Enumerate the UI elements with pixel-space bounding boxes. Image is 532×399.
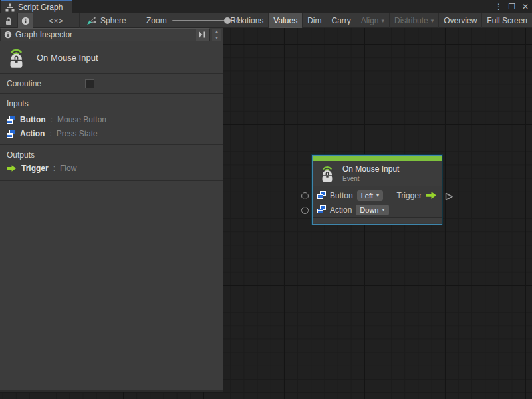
coroutine-row: Coroutine xyxy=(0,74,223,94)
dim-button[interactable]: Dim xyxy=(302,13,326,28)
port-separator: : xyxy=(51,115,53,124)
output-port-trigger[interactable] xyxy=(445,192,454,201)
unit-title: On Mouse Input xyxy=(37,53,98,63)
lock-icon xyxy=(5,17,13,25)
inspector-title: Graph Inspector xyxy=(15,30,196,39)
tab-bar: Script Graph ⋮ ❐ ✕ xyxy=(0,0,532,13)
zoom-slider[interactable] xyxy=(172,13,231,28)
window-menu-button[interactable]: ⋮ xyxy=(494,0,503,13)
values-button[interactable]: Values xyxy=(268,13,302,28)
input-row-button: Button : Mouse Button xyxy=(7,115,106,124)
inspector-toggle-button[interactable] xyxy=(18,13,33,28)
port-name: Button xyxy=(20,115,46,124)
mouse-event-icon xyxy=(7,47,26,68)
port-name: Action xyxy=(20,129,45,138)
window-controls: ⋮ ❐ ✕ xyxy=(494,0,530,13)
lock-button[interactable] xyxy=(0,13,18,28)
value-port-icon xyxy=(7,116,15,124)
chevron-down-icon: ▾ xyxy=(382,14,385,28)
node-row-button: Button Left ▾ Trigger xyxy=(317,188,437,202)
action-value-dropdown[interactable]: Down ▾ xyxy=(356,205,388,215)
align-label: Align xyxy=(361,14,379,28)
node-title: On Mouse Input xyxy=(342,164,399,174)
spin-up-button[interactable]: ▲ xyxy=(212,29,221,35)
node-header[interactable]: On Mouse Input Event xyxy=(313,161,442,186)
info-icon xyxy=(21,17,30,25)
edit-source-button[interactable]: <×> xyxy=(33,13,80,28)
graph-inspector-header[interactable]: Graph Inspector xyxy=(0,28,210,41)
button-port-label: Button xyxy=(330,191,353,200)
outputs-header: Outputs xyxy=(7,150,223,160)
zoom-label: Zoom xyxy=(146,16,167,25)
dock-panel-button[interactable] xyxy=(196,29,209,41)
script-graph-window: On Mouse Input Event Button Left xyxy=(0,0,532,399)
node-event-colorbar xyxy=(313,156,442,161)
toolbar: <×> Sphere Zoom 1x Relations xyxy=(0,13,532,28)
full-screen-button[interactable]: Full Screen xyxy=(481,13,532,28)
chevron-down-icon: ▾ xyxy=(431,14,434,28)
flow-arrow-icon xyxy=(7,164,17,172)
spin-down-button[interactable]: ▼ xyxy=(212,35,221,41)
outputs-section: Outputs Trigger : Flow xyxy=(0,146,223,181)
value-port-icon xyxy=(317,191,326,200)
port-name: Trigger xyxy=(21,164,49,173)
node-titles: On Mouse Input Event xyxy=(342,164,399,182)
tab-script-graph[interactable]: Script Graph xyxy=(1,0,72,13)
graph-inspector-panel: Graph Inspector ▲ ▼ xyxy=(0,28,223,392)
graph-pointer-icon xyxy=(86,16,96,25)
window-close-button[interactable]: ✕ xyxy=(521,0,530,13)
button-value: Left xyxy=(361,192,373,200)
coroutine-checkbox[interactable] xyxy=(85,79,94,88)
inspected-unit-header: On Mouse Input xyxy=(0,42,223,74)
window-maximize-button[interactable]: ❐ xyxy=(507,0,517,13)
context-label: Sphere xyxy=(100,16,126,25)
value-port-icon xyxy=(7,130,15,138)
port-type: Flow xyxy=(60,164,76,173)
distribute-label: Distribute xyxy=(394,14,428,28)
distribute-dropdown-button[interactable]: Distribute ▾ xyxy=(389,13,438,28)
chevron-down-icon: ▾ xyxy=(382,207,384,213)
port-separator: : xyxy=(49,129,51,138)
mouse-event-icon xyxy=(319,165,335,182)
flow-arrow-icon xyxy=(426,191,437,200)
relations-button[interactable]: Relations xyxy=(225,13,268,28)
port-separator: : xyxy=(53,164,55,173)
coroutine-label: Coroutine xyxy=(7,79,41,88)
info-icon xyxy=(4,31,12,39)
dock-right-icon xyxy=(198,31,206,38)
zoom-slider-track xyxy=(172,20,231,21)
node-footer xyxy=(313,217,442,223)
input-row-action: Action : Press State xyxy=(7,129,98,138)
button-value-dropdown[interactable]: Left ▾ xyxy=(357,190,383,201)
port-type: Press State xyxy=(57,129,98,138)
node-subtitle: Event xyxy=(342,175,399,182)
toolbar-right-buttons: Relations Values Dim Carry Align ▾ Distr… xyxy=(225,13,532,28)
trigger-port-label: Trigger xyxy=(396,191,422,200)
node-on-mouse-input[interactable]: On Mouse Input Event Button Left xyxy=(312,155,442,225)
graph-context[interactable]: Sphere xyxy=(86,13,126,28)
inputs-header: Inputs xyxy=(7,99,223,108)
action-value: Down xyxy=(360,206,378,214)
node-row-action: Action Down ▾ xyxy=(317,203,437,217)
node-body: Button Left ▾ Trigger xyxy=(313,186,442,217)
value-port-icon xyxy=(317,205,326,214)
action-port-label: Action xyxy=(330,205,352,215)
carry-button[interactable]: Carry xyxy=(327,13,356,28)
port-type: Mouse Button xyxy=(57,115,106,124)
input-port-action[interactable] xyxy=(301,207,309,214)
input-port-button[interactable] xyxy=(301,192,309,200)
align-dropdown-button[interactable]: Align ▾ xyxy=(356,13,389,28)
chevron-down-icon: ▾ xyxy=(376,192,379,198)
output-row-trigger: Trigger : Flow xyxy=(7,164,76,173)
overview-button[interactable]: Overview xyxy=(438,13,481,28)
hierarchy-graph-icon xyxy=(5,3,15,12)
inputs-section: Inputs Button : Mouse Button xyxy=(0,94,223,145)
panel-spinner: ▲ ▼ xyxy=(212,29,221,41)
tab-label: Script Graph xyxy=(18,3,63,12)
trigger-output: Trigger xyxy=(396,191,437,200)
